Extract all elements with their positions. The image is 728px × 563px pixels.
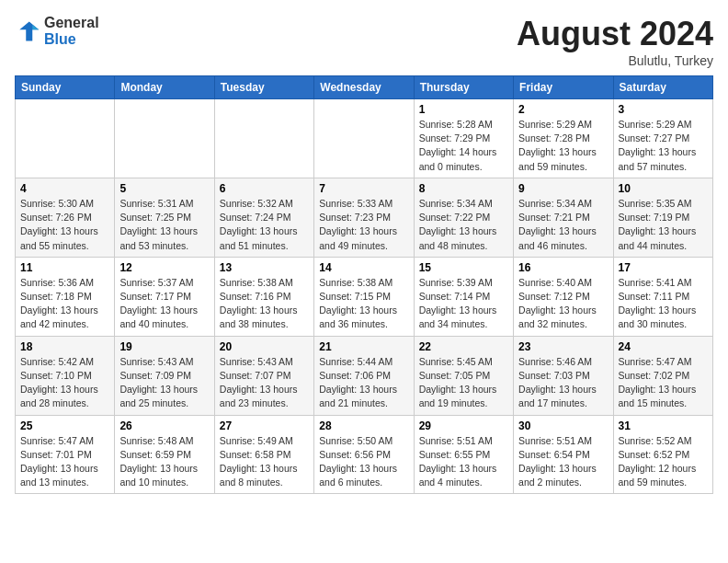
weekday-header-row: SundayMondayTuesdayWednesdayThursdayFrid… (16, 76, 713, 99)
day-number: 26 (119, 419, 209, 432)
day-info: Sunrise: 5:52 AM Sunset: 6:52 PM Dayligh… (619, 434, 708, 490)
day-cell (16, 99, 115, 178)
weekday-sunday: Sunday (16, 76, 115, 99)
calendar-table: SundayMondayTuesdayWednesdayThursdayFrid… (15, 75, 713, 494)
logo: General Blue (15, 15, 99, 47)
day-info: Sunrise: 5:28 AM Sunset: 7:29 PM Dayligh… (419, 118, 508, 174)
day-info: Sunrise: 5:34 AM Sunset: 7:21 PM Dayligh… (518, 197, 608, 253)
day-info: Sunrise: 5:43 AM Sunset: 7:07 PM Dayligh… (220, 355, 309, 411)
day-cell: 2Sunrise: 5:29 AM Sunset: 7:28 PM Daylig… (514, 99, 613, 178)
day-cell: 15Sunrise: 5:39 AM Sunset: 7:14 PM Dayli… (414, 257, 513, 336)
day-info: Sunrise: 5:47 AM Sunset: 7:01 PM Dayligh… (20, 434, 109, 490)
day-cell: 16Sunrise: 5:40 AM Sunset: 7:12 PM Dayli… (514, 257, 613, 336)
calendar-body: 1Sunrise: 5:28 AM Sunset: 7:29 PM Daylig… (16, 99, 713, 494)
location-subtitle: Bulutlu, Turkey (517, 53, 713, 68)
day-cell: 30Sunrise: 5:51 AM Sunset: 6:54 PM Dayli… (514, 415, 613, 494)
day-info: Sunrise: 5:38 AM Sunset: 7:16 PM Dayligh… (220, 276, 309, 332)
day-cell: 6Sunrise: 5:32 AM Sunset: 7:24 PM Daylig… (214, 178, 313, 257)
day-number: 5 (119, 182, 209, 195)
day-info: Sunrise: 5:50 AM Sunset: 6:56 PM Dayligh… (319, 434, 408, 490)
logo-line1: General (44, 15, 99, 31)
weekday-monday: Monday (115, 76, 214, 99)
day-number: 22 (419, 340, 508, 353)
day-info: Sunrise: 5:36 AM Sunset: 7:18 PM Dayligh… (20, 276, 109, 332)
day-info: Sunrise: 5:37 AM Sunset: 7:17 PM Dayligh… (119, 276, 209, 332)
day-cell: 26Sunrise: 5:48 AM Sunset: 6:59 PM Dayli… (115, 415, 214, 494)
weekday-friday: Friday (514, 76, 613, 99)
day-cell: 19Sunrise: 5:43 AM Sunset: 7:09 PM Dayli… (115, 336, 214, 415)
day-number: 7 (319, 182, 408, 195)
day-info: Sunrise: 5:45 AM Sunset: 7:05 PM Dayligh… (419, 355, 508, 411)
logo-text: General Blue (44, 15, 99, 47)
day-number: 9 (518, 182, 608, 195)
day-number: 24 (619, 340, 708, 353)
day-number: 10 (619, 182, 708, 195)
day-cell (314, 99, 414, 178)
day-info: Sunrise: 5:32 AM Sunset: 7:24 PM Dayligh… (220, 197, 309, 253)
day-cell (115, 99, 214, 178)
day-number: 1 (419, 103, 508, 116)
day-cell: 20Sunrise: 5:43 AM Sunset: 7:07 PM Dayli… (214, 336, 313, 415)
weekday-saturday: Saturday (613, 76, 712, 99)
day-cell: 13Sunrise: 5:38 AM Sunset: 7:16 PM Dayli… (214, 257, 313, 336)
day-cell: 4Sunrise: 5:30 AM Sunset: 7:26 PM Daylig… (16, 178, 115, 257)
day-info: Sunrise: 5:44 AM Sunset: 7:06 PM Dayligh… (319, 355, 408, 411)
day-info: Sunrise: 5:51 AM Sunset: 6:54 PM Dayligh… (518, 434, 608, 490)
day-cell: 21Sunrise: 5:44 AM Sunset: 7:06 PM Dayli… (314, 336, 414, 415)
day-number: 30 (518, 419, 608, 432)
day-number: 27 (220, 419, 309, 432)
logo-icon (15, 18, 40, 44)
day-number: 28 (319, 419, 408, 432)
day-info: Sunrise: 5:51 AM Sunset: 6:55 PM Dayligh… (419, 434, 508, 490)
day-cell: 5Sunrise: 5:31 AM Sunset: 7:25 PM Daylig… (115, 178, 214, 257)
day-number: 8 (419, 182, 508, 195)
day-cell: 29Sunrise: 5:51 AM Sunset: 6:55 PM Dayli… (414, 415, 513, 494)
day-cell: 1Sunrise: 5:28 AM Sunset: 7:29 PM Daylig… (414, 99, 513, 178)
day-info: Sunrise: 5:47 AM Sunset: 7:02 PM Dayligh… (619, 355, 708, 411)
day-number: 6 (220, 182, 309, 195)
day-info: Sunrise: 5:29 AM Sunset: 7:28 PM Dayligh… (518, 118, 608, 174)
weekday-thursday: Thursday (414, 76, 513, 99)
day-info: Sunrise: 5:33 AM Sunset: 7:23 PM Dayligh… (319, 197, 408, 253)
day-info: Sunrise: 5:40 AM Sunset: 7:12 PM Dayligh… (518, 276, 608, 332)
day-number: 18 (20, 340, 109, 353)
day-number: 4 (20, 182, 109, 195)
day-info: Sunrise: 5:34 AM Sunset: 7:22 PM Dayligh… (419, 197, 508, 253)
day-cell: 27Sunrise: 5:49 AM Sunset: 6:58 PM Dayli… (214, 415, 313, 494)
day-info: Sunrise: 5:39 AM Sunset: 7:14 PM Dayligh… (419, 276, 508, 332)
day-info: Sunrise: 5:31 AM Sunset: 7:25 PM Dayligh… (119, 197, 209, 253)
week-row-2: 4Sunrise: 5:30 AM Sunset: 7:26 PM Daylig… (16, 178, 713, 257)
day-cell: 22Sunrise: 5:45 AM Sunset: 7:05 PM Dayli… (414, 336, 513, 415)
day-cell: 10Sunrise: 5:35 AM Sunset: 7:19 PM Dayli… (613, 178, 712, 257)
day-cell: 25Sunrise: 5:47 AM Sunset: 7:01 PM Dayli… (16, 415, 115, 494)
day-cell: 17Sunrise: 5:41 AM Sunset: 7:11 PM Dayli… (613, 257, 712, 336)
day-number: 13 (220, 261, 309, 274)
day-info: Sunrise: 5:49 AM Sunset: 6:58 PM Dayligh… (220, 434, 309, 490)
day-cell: 8Sunrise: 5:34 AM Sunset: 7:22 PM Daylig… (414, 178, 513, 257)
day-cell: 9Sunrise: 5:34 AM Sunset: 7:21 PM Daylig… (514, 178, 613, 257)
day-number: 14 (319, 261, 408, 274)
day-cell: 11Sunrise: 5:36 AM Sunset: 7:18 PM Dayli… (16, 257, 115, 336)
day-cell: 23Sunrise: 5:46 AM Sunset: 7:03 PM Dayli… (514, 336, 613, 415)
day-number: 17 (619, 261, 708, 274)
day-cell: 14Sunrise: 5:38 AM Sunset: 7:15 PM Dayli… (314, 257, 414, 336)
day-cell: 24Sunrise: 5:47 AM Sunset: 7:02 PM Dayli… (613, 336, 712, 415)
weekday-wednesday: Wednesday (314, 76, 414, 99)
day-number: 2 (518, 103, 608, 116)
day-info: Sunrise: 5:30 AM Sunset: 7:26 PM Dayligh… (20, 197, 109, 253)
day-cell: 7Sunrise: 5:33 AM Sunset: 7:23 PM Daylig… (314, 178, 414, 257)
day-number: 23 (518, 340, 608, 353)
day-number: 25 (20, 419, 109, 432)
day-info: Sunrise: 5:48 AM Sunset: 6:59 PM Dayligh… (119, 434, 209, 490)
day-info: Sunrise: 5:35 AM Sunset: 7:19 PM Dayligh… (619, 197, 708, 253)
calendar-header: SundayMondayTuesdayWednesdayThursdayFrid… (16, 76, 713, 99)
day-number: 29 (419, 419, 508, 432)
logo-line2: Blue (44, 31, 99, 48)
day-number: 11 (20, 261, 109, 274)
day-cell (214, 99, 313, 178)
day-number: 3 (619, 103, 708, 116)
day-info: Sunrise: 5:41 AM Sunset: 7:11 PM Dayligh… (619, 276, 708, 332)
day-info: Sunrise: 5:42 AM Sunset: 7:10 PM Dayligh… (20, 355, 109, 411)
month-title: August 2024 (517, 15, 713, 53)
day-number: 31 (619, 419, 708, 432)
